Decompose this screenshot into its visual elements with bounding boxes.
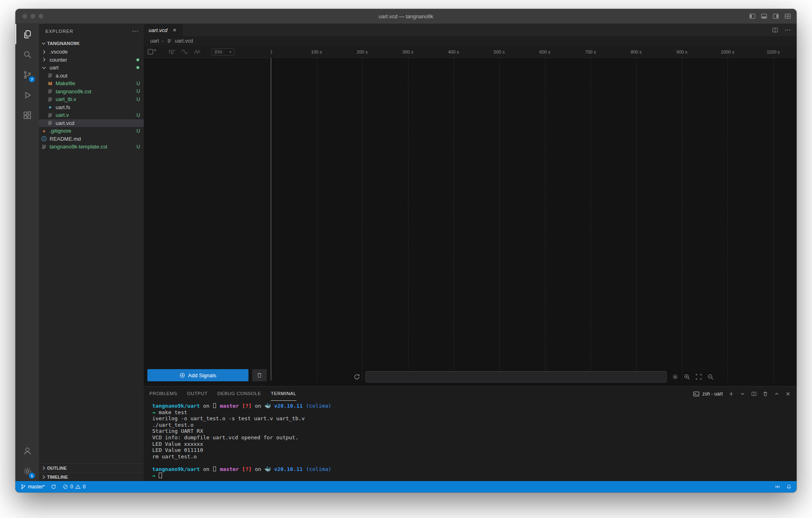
zoom-window-button[interactable]: [39, 14, 43, 19]
tree-item-.vscode[interactable]: .vscode: [39, 48, 144, 56]
terminal-line: LED Value 011110: [152, 447, 797, 454]
sidebar-section-outline[interactable]: OUTLINE: [39, 463, 144, 472]
fit-fullscreen-icon[interactable]: [695, 374, 702, 380]
split-terminal-icon[interactable]: [751, 391, 757, 397]
tree-item-label: .vscode: [50, 49, 68, 55]
tree-item-.gitignore[interactable]: ◆.gitignoreU: [39, 127, 144, 135]
gridline: [636, 58, 637, 380]
close-panel-icon[interactable]: [785, 391, 791, 397]
git-file-icon: ◆: [41, 128, 48, 134]
breadcrumb-file[interactable]: uart.vcd: [175, 38, 193, 44]
toggle-panel-icon[interactable]: [761, 13, 767, 19]
editor-more-actions-icon[interactable]: ⋯: [784, 27, 791, 33]
new-terminal-icon[interactable]: [728, 391, 734, 397]
split-editor-icon[interactable]: [772, 27, 778, 33]
tree-item-tangnano9k-template.cst[interactable]: tangnano9k-template.cstU: [39, 143, 144, 151]
tree-item-counter[interactable]: counter: [39, 56, 144, 64]
tree-item-label: tangnano9k.cst: [56, 88, 91, 95]
time-cursor-line[interactable]: [271, 58, 271, 380]
gridline: [454, 58, 454, 380]
tree-item-Makefile[interactable]: MMakefileU: [39, 80, 144, 88]
terminal-dropdown-chevron-icon[interactable]: [740, 391, 745, 397]
close-window-button[interactable]: [22, 14, 27, 19]
file-icon: [47, 88, 54, 95]
tree-item-uart_tb.v[interactable]: uart_tb.vU: [39, 95, 144, 103]
tree-item-uart[interactable]: uart: [39, 64, 144, 72]
add-signals-button[interactable]: Add Signals: [147, 369, 248, 381]
activity-bar: 7 1: [15, 24, 39, 481]
terminal-line: [152, 460, 797, 466]
wave-settings-gear-icon[interactable]: [672, 374, 678, 380]
value-format-select[interactable]: BIN ▾: [212, 48, 235, 56]
chevron-right-icon: [41, 49, 48, 55]
timeline-ruler[interactable]: 0100 s200 s300 s400 s500 s600 s700 s800 …: [270, 46, 797, 58]
tree-item-tangnano9k.cst[interactable]: tangnano9k.cstU: [39, 88, 144, 96]
tree-item-label: README.md: [50, 136, 81, 142]
kill-terminal-trash-icon[interactable]: [762, 391, 768, 397]
close-tab-icon[interactable]: ×: [171, 27, 178, 33]
tree-item-label: uart_tb.v: [56, 96, 76, 102]
account-icon[interactable]: [15, 441, 39, 461]
square-wave-icon[interactable]: [168, 48, 176, 56]
gridline: [317, 58, 317, 380]
notifications-bell-icon[interactable]: [786, 484, 792, 490]
sine-wave-icon[interactable]: [181, 48, 188, 56]
customize-layout-icon[interactable]: [784, 13, 791, 19]
tree-item-label: tangnano9k-template.cst: [50, 144, 107, 150]
terminal-picker[interactable]: zsh - uart: [693, 391, 723, 397]
minimize-window-button[interactable]: [30, 14, 35, 19]
broadcast-icon[interactable]: [775, 484, 780, 490]
tree-item-a.out[interactable]: a.out: [39, 72, 144, 80]
zoom-out-icon[interactable]: [707, 374, 714, 380]
errors-icon: [63, 484, 68, 490]
git-branch-status[interactable]: master*: [20, 484, 45, 490]
sidebar-section-timeline[interactable]: TIMELINE: [39, 472, 144, 481]
wave-search-input[interactable]: [365, 371, 667, 383]
panel-tab-problems[interactable]: PROBLEMS: [149, 387, 177, 401]
timeline-tick-label: 400 s: [448, 49, 459, 54]
toggle-secondary-sidebar-icon[interactable]: [773, 13, 779, 19]
select-all-checkbox[interactable]: [148, 49, 153, 54]
explorer-more-actions-icon[interactable]: ⋯: [132, 28, 139, 34]
breadcrumb-folder[interactable]: uart: [150, 38, 159, 44]
settings-gear-icon[interactable]: 1: [15, 461, 39, 481]
sidebar-bottom-sections: OUTLINETIMELINE: [39, 463, 144, 481]
activity-search-icon[interactable]: [15, 44, 39, 64]
activity-run-debug-icon[interactable]: [15, 85, 39, 105]
panel-tab-terminal[interactable]: TERMINAL: [271, 387, 296, 401]
tree-item-uart.vcd[interactable]: uart.vcd: [39, 119, 144, 127]
timeline-tick-label: 1000 s: [721, 49, 734, 54]
zoom-in-icon[interactable]: [684, 374, 690, 380]
panel-tab-debug-console[interactable]: DEBUG CONSOLE: [217, 387, 261, 401]
sync-changes-icon[interactable]: [51, 484, 56, 490]
traffic-lights: [22, 9, 43, 24]
refresh-icon[interactable]: [354, 374, 360, 380]
tree-item-uart.fs[interactable]: ◆uart.fs: [39, 103, 144, 112]
tree-item-uart.v[interactable]: uart.vU: [39, 111, 144, 119]
terminal-line: LED Value xxxxxx: [152, 441, 797, 447]
terminal-icon: [693, 391, 700, 397]
tab-uart-vcd[interactable]: uart.vcd ×: [144, 24, 183, 36]
remove-signals-trash-button[interactable]: [252, 369, 267, 381]
vscode-window: uart.vcd — tangnano9k: [15, 9, 797, 492]
problems-status[interactable]: 0 0: [63, 484, 85, 490]
untracked-dot: [136, 66, 139, 69]
timeline-tick-label: 200 s: [357, 49, 368, 54]
timeline-tick-label: 800 s: [631, 49, 642, 54]
triangle-wave-icon[interactable]: [194, 48, 201, 56]
waveform-area[interactable]: 0100 s200 s300 s400 s500 s600 s700 s800 …: [270, 46, 797, 386]
timeline-tick-label: 500 s: [494, 49, 505, 54]
terminal-line: → make test: [152, 409, 797, 416]
activity-extensions-icon[interactable]: [15, 105, 39, 125]
tree-item-README.md[interactable]: README.md: [39, 135, 144, 143]
terminal-output[interactable]: tangnano9k/uart on master [?] on 🐳 v20.1…: [144, 401, 797, 481]
activity-source-control-icon[interactable]: 7: [15, 64, 39, 85]
tree-item-label: uart.vcd: [56, 120, 74, 126]
signals-list[interactable]: [144, 58, 270, 368]
breadcrumb: uart › uart.vcd: [144, 36, 797, 46]
toggle-primary-sidebar-icon[interactable]: [749, 13, 756, 19]
project-section-header[interactable]: TANGNANO9K: [39, 39, 144, 48]
panel-tab-output[interactable]: OUTPUT: [187, 387, 208, 401]
maximize-panel-chevron-icon[interactable]: [774, 391, 780, 397]
activity-explorer-icon[interactable]: [15, 24, 39, 44]
